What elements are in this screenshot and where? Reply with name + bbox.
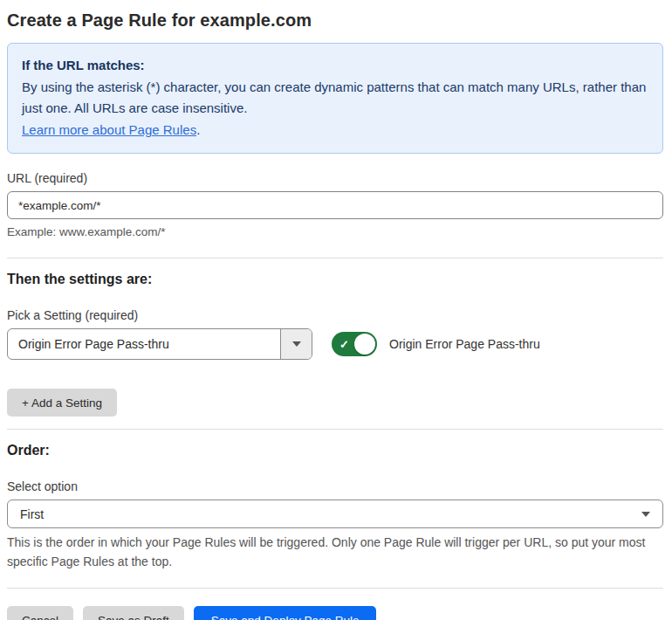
order-helper-text: This is the order in which your Page Rul… bbox=[7, 534, 663, 571]
info-box-heading: If the URL matches: bbox=[22, 55, 648, 76]
url-example-helper: Example: www.example.com/* bbox=[7, 225, 663, 238]
divider bbox=[7, 258, 663, 258]
url-field-label: URL (required) bbox=[7, 171, 663, 185]
learn-more-link[interactable]: Learn more about Page Rules bbox=[22, 122, 196, 137]
setting-dropdown[interactable]: Origin Error Page Pass-thru bbox=[7, 328, 312, 360]
save-as-draft-button[interactable]: Save as Draft bbox=[83, 606, 184, 620]
order-select-value: First bbox=[20, 507, 44, 521]
chevron-down-icon bbox=[641, 512, 650, 517]
url-input[interactable] bbox=[7, 191, 663, 219]
chevron-down-icon bbox=[292, 341, 301, 347]
add-setting-button[interactable]: + Add a Setting bbox=[7, 389, 117, 417]
footer-actions: Cancel Save as Draft Save and Deploy Pag… bbox=[7, 606, 663, 620]
toggle-knob bbox=[354, 334, 375, 355]
link-suffix-period: . bbox=[196, 122, 200, 137]
info-box-body: By using the asterisk (*) character, you… bbox=[22, 77, 648, 119]
settings-section-heading: Then the settings are: bbox=[7, 272, 663, 287]
page-title: Create a Page Rule for example.com bbox=[7, 10, 663, 31]
divider bbox=[7, 588, 663, 589]
pick-setting-label: Pick a Setting (required) bbox=[7, 308, 663, 322]
setting-row: Origin Error Page Pass-thru ✓ Origin Err… bbox=[7, 328, 663, 360]
cancel-button[interactable]: Cancel bbox=[7, 606, 73, 620]
setting-toggle-group: ✓ Origin Error Page Pass-thru bbox=[332, 332, 540, 356]
order-section-heading: Order: bbox=[7, 443, 663, 458]
create-page-rule-panel: Create a Page Rule for example.com If th… bbox=[0, 0, 672, 620]
url-match-info-box: If the URL matches: By using the asteris… bbox=[7, 43, 663, 154]
divider bbox=[7, 429, 663, 430]
setting-dropdown-value: Origin Error Page Pass-thru bbox=[8, 329, 280, 359]
save-and-deploy-button[interactable]: Save and Deploy Page Rule bbox=[194, 606, 377, 620]
order-select[interactable]: First bbox=[7, 499, 663, 528]
info-box-link-line: Learn more about Page Rules. bbox=[22, 120, 648, 141]
check-icon: ✓ bbox=[339, 339, 349, 350]
setting-dropdown-arrow-button[interactable] bbox=[280, 329, 312, 359]
select-option-label: Select option bbox=[7, 479, 663, 493]
origin-error-toggle[interactable]: ✓ bbox=[332, 332, 377, 356]
toggle-label: Origin Error Page Pass-thru bbox=[389, 337, 540, 351]
